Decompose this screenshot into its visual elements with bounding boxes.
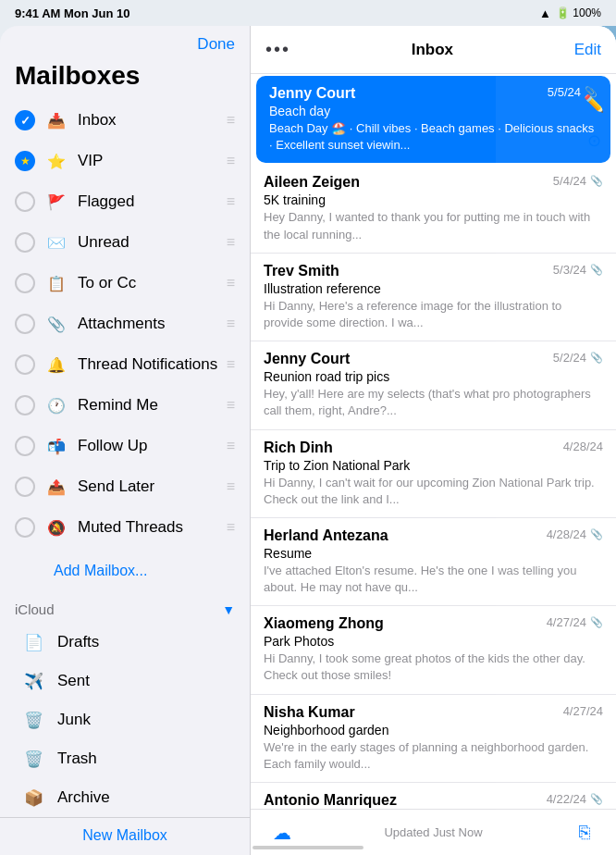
mailbox-icon-remind-me: 🕐 [44,393,68,417]
sidebar-item-unread[interactable]: ✉️ Unread ≡ [0,222,250,263]
mailbox-drag-inbox: ≡ [227,112,235,129]
icloud-label-archive: Archive [57,788,110,807]
inbox-more-button[interactable]: ••• [265,39,290,60]
mailbox-icon-unread: ✉️ [44,230,68,254]
mailbox-icon-muted-threads: 🔕 [44,515,68,539]
mailboxes-title: Mailboxes [0,61,250,100]
icloud-label-trash: Trash [57,750,97,768]
mailbox-label-to-or-cc: To or Cc [78,274,221,292]
mailbox-checkbox-thread-notifications [15,354,35,375]
add-mailbox-button[interactable]: Add Mailbox... [0,555,250,587]
mailbox-checkbox-inbox [15,110,35,130]
mailbox-label-send-later: Send Later [78,477,221,496]
mailbox-checkbox-to-or-cc [15,273,35,293]
mailbox-icon-inbox: 📥 [44,108,68,132]
inbox-title: Inbox [412,41,453,59]
icloud-items: 📄 Drafts ✈️ Sent 🗑️ Junk 🗑️ Trash 📦 Arch… [15,623,235,817]
mailbox-drag-thread-notifications: ≡ [227,356,235,373]
sidebar-item-to-or-cc[interactable]: 📋 To or Cc ≡ [0,263,250,304]
icloud-header[interactable]: iCloud ▼ [15,596,235,623]
status-time: 9:41 AM Mon Jun 10 [15,6,129,20]
mailbox-icon-attachments: 📎 [44,312,68,336]
compose-icon[interactable]: ✏️ [577,87,610,120]
mailbox-label-vip: VIP [78,152,221,170]
mailbox-checkbox-vip [15,151,35,171]
mailbox-icon-send-later: 📤 [44,475,68,499]
sidebar-item-send-later[interactable]: 📤 Send Later ≡ [0,466,250,507]
icloud-item-sent[interactable]: ✈️ Sent [18,662,235,700]
home-indicator [253,846,363,849]
sidebar-item-remind-me[interactable]: 🕐 Remind Me ≡ [0,385,250,426]
icloud-item-trash[interactable]: 🗑️ Trash [18,739,235,778]
sidebar-item-attachments[interactable]: 📎 Attachments ≡ [0,304,250,344]
sidebar-item-thread-notifications[interactable]: 🔔 Thread Notifications ≡ [0,344,250,385]
sidebar-item-follow-up[interactable]: 📬 Follow Up ≡ [0,426,250,466]
mailbox-icon-to-or-cc: 📋 [44,271,68,295]
inbox-filter-icon[interactable]: ☁ [264,822,301,844]
mailbox-icon-follow-up: 📬 [44,434,68,458]
mailbox-icon-flagged: 🚩 [44,190,68,214]
mailbox-label-muted-threads: Muted Threads [78,518,221,537]
mailbox-label-remind-me: Remind Me [78,396,221,415]
done-button[interactable]: Done [197,35,235,54]
mailbox-label-unread: Unread [78,233,221,252]
mailbox-drag-unread: ≡ [227,234,235,251]
status-bar: 9:41 AM Mon Jun 10 ▲ 🔋 100% [0,0,616,26]
mailbox-list: 📥 Inbox ≡ ⭐ VIP ≡ 🚩 Flagged ≡ ✉️ Unread … [0,100,250,555]
mailbox-drag-send-later: ≡ [227,478,235,495]
sidebar-item-today[interactable]: 📅 Today ≡ [0,548,250,555]
sidebar-item-inbox[interactable]: 📥 Inbox ≡ [0,100,250,141]
mailbox-label-flagged: Flagged [78,192,221,211]
icloud-icon-sent: ✈️ [22,670,44,692]
mailbox-drag-to-or-cc: ≡ [227,275,235,291]
icloud-item-archive[interactable]: 📦 Archive [18,778,235,817]
inbox-updated-label: Updated Just Now [384,825,482,839]
status-right-icons: ▲ 🔋 100% [539,6,601,20]
new-mailbox-button[interactable]: New Mailbox [15,827,235,844]
mailbox-checkbox-muted-threads [15,517,35,538]
mailbox-drag-flagged: ≡ [227,193,235,210]
sidebar-item-muted-threads[interactable]: 🔕 Muted Threads ≡ [0,507,250,548]
mailbox-drag-muted-threads: ≡ [227,519,235,536]
mailbox-checkbox-flagged [15,192,35,212]
mailbox-label-follow-up: Follow Up [78,437,221,455]
mailbox-label-attachments: Attachments [78,315,221,333]
mailbox-drag-remind-me: ≡ [227,397,235,414]
mailbox-checkbox-send-later [15,477,35,497]
mailbox-checkbox-remind-me [15,395,35,415]
mailbox-icon-thread-notifications: 🔔 [44,353,68,377]
icloud-chevron-icon: ▼ [222,602,235,617]
sidebar-item-vip[interactable]: ⭐ VIP ≡ [0,141,250,181]
mailbox-drag-attachments: ≡ [227,316,235,332]
sidebar-header: Done [0,26,250,61]
icloud-label-junk: Junk [57,711,91,729]
mailbox-checkbox-unread [15,232,35,253]
mailbox-label-thread-notifications: Thread Notifications [78,355,221,374]
icloud-item-junk[interactable]: 🗑️ Junk [18,700,235,739]
icloud-icon-drafts: 📄 [22,631,44,653]
icloud-icon-trash: 🗑️ [22,748,44,770]
sidebar: Done Mailboxes 📥 Inbox ≡ ⭐ VIP ≡ 🚩 Flagg… [0,26,250,855]
icloud-label-drafts: Drafts [57,633,99,651]
mailbox-checkbox-attachments [15,314,35,334]
battery-icon: 🔋 100% [556,6,601,19]
top-right-icons: ✏️ ⊙ [572,81,616,163]
mailbox-icon-vip: ⭐ [44,149,68,173]
more-options-icon[interactable]: ⊙ [577,124,610,157]
mailbox-checkbox-follow-up [15,436,35,456]
icloud-section: iCloud ▼ 📄 Drafts ✈️ Sent 🗑️ Junk 🗑️ Tra… [0,587,250,817]
icloud-icon-junk: 🗑️ [22,709,44,731]
sidebar-footer: New Mailbox [0,817,250,855]
wifi-icon: ▲ [539,6,551,20]
mailbox-label-inbox: Inbox [78,111,221,130]
icloud-item-drafts[interactable]: 📄 Drafts [18,623,235,662]
mailbox-drag-vip: ≡ [227,153,235,169]
icloud-icon-archive: 📦 [22,787,44,809]
icloud-label-sent: Sent [57,672,90,690]
mailbox-drag-follow-up: ≡ [227,438,235,454]
sidebar-item-flagged[interactable]: 🚩 Flagged ≡ [0,181,250,222]
icloud-title: iCloud [15,601,55,617]
